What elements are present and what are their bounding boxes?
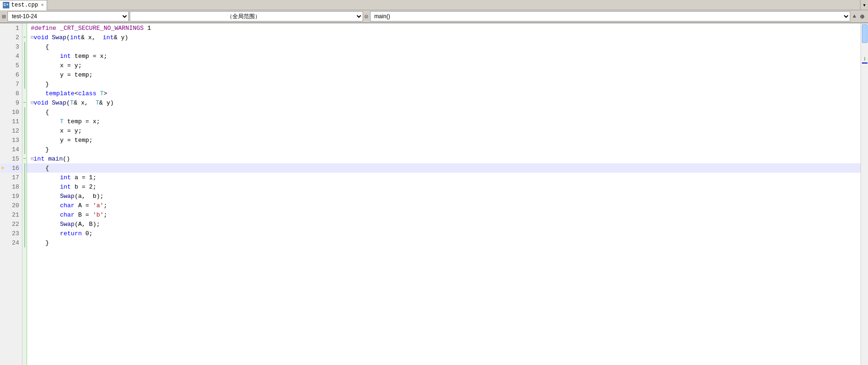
code-line-14: } bbox=[27, 145, 861, 154]
editor-container: 1 2 3 4 5 6 7 8 9 10 11 12 13 14 15 ➤ 16… bbox=[0, 23, 868, 365]
ln-17: 17 bbox=[0, 173, 22, 182]
code-line-8: template<class T> bbox=[27, 89, 861, 98]
code-line-9: ⊟void Swap(T& x, T& y) bbox=[27, 98, 861, 107]
code-line-3: { bbox=[27, 42, 861, 51]
tab-label: test.cpp bbox=[11, 2, 38, 8]
cpp-file-icon: C+ bbox=[3, 2, 9, 8]
ln-13: 13 bbox=[0, 135, 22, 145]
code-line-24: } bbox=[27, 238, 861, 247]
ln-15: 15 bbox=[0, 154, 22, 163]
ln-6: 6 bbox=[0, 70, 22, 79]
ln-20: 20 bbox=[0, 201, 22, 210]
ln-5: 5 bbox=[0, 61, 22, 70]
tab-test-cpp[interactable]: C+ test.cpp × bbox=[0, 0, 47, 10]
toolbar: ⊞ test-10-24 （全局范围） ⊙ main() ▲ ⊕ bbox=[0, 10, 868, 23]
ln-21: 21 bbox=[0, 210, 22, 219]
ln-10: 10 bbox=[0, 107, 22, 117]
fold-btn-9[interactable]: − bbox=[23, 100, 26, 105]
code-line-13: y = temp; bbox=[27, 135, 861, 145]
nav-up-arrow[interactable]: ▲ bbox=[851, 13, 857, 20]
line-numbers: 1 2 3 4 5 6 7 8 9 10 11 12 13 14 15 ➤ 16… bbox=[0, 23, 22, 365]
scrollbar-thumb[interactable] bbox=[862, 24, 868, 43]
ln-23: 23 bbox=[0, 229, 22, 238]
file-selector[interactable]: test-10-24 bbox=[7, 11, 129, 21]
code-line-1: #define _CRT_SECURE_NO_WARNINGS 1 bbox=[27, 23, 861, 33]
scrollbar-cursor bbox=[862, 63, 868, 63]
add-button[interactable]: ⊕ bbox=[859, 13, 866, 21]
ln-19: 19 bbox=[0, 191, 22, 201]
code-editor[interactable]: #define _CRT_SECURE_NO_WARNINGS 1 ⊟void … bbox=[27, 23, 861, 365]
ln-9: 9 bbox=[0, 98, 22, 107]
ln-12: 12 bbox=[0, 126, 22, 135]
code-line-11: T temp = x; bbox=[27, 117, 861, 126]
tab-close-button[interactable]: × bbox=[41, 2, 44, 8]
code-line-22: Swap(A, B); bbox=[27, 219, 861, 229]
scrollbar-indicator bbox=[864, 57, 865, 61]
func-selector[interactable]: main() bbox=[370, 11, 850, 21]
ln-24: 24 bbox=[0, 238, 22, 247]
tab-dropdown[interactable]: ▾ bbox=[860, 0, 868, 10]
ln-14: 14 bbox=[0, 145, 22, 154]
vertical-scrollbar[interactable] bbox=[861, 23, 868, 365]
ln-2: 2 bbox=[0, 33, 22, 42]
ln-3: 3 bbox=[0, 42, 22, 51]
code-line-12: x = y; bbox=[27, 126, 861, 135]
code-line-16: { bbox=[27, 163, 861, 173]
file-icon: ⊞ bbox=[2, 13, 6, 21]
fold-btn-15[interactable]: − bbox=[23, 156, 26, 161]
code-line-4: int temp = x; bbox=[27, 51, 861, 61]
code-line-18: int b = 2; bbox=[27, 182, 861, 191]
code-line-23: return 0; bbox=[27, 229, 861, 238]
fold-margin: − − − bbox=[22, 23, 27, 365]
ln-7: 7 bbox=[0, 79, 22, 89]
ln-11: 11 bbox=[0, 117, 22, 126]
code-line-15: ⊟int main() bbox=[27, 154, 861, 163]
code-line-21: char B = 'b'; bbox=[27, 210, 861, 219]
fold-btn-2[interactable]: − bbox=[23, 35, 26, 40]
code-line-6: y = temp; bbox=[27, 70, 861, 79]
tab-dropdown-arrow: ▾ bbox=[862, 1, 866, 9]
ln-4: 4 bbox=[0, 51, 22, 61]
code-line-7: } bbox=[27, 79, 861, 89]
code-line-17: int a = 1; bbox=[27, 173, 861, 182]
func-pin-icon: ⊙ bbox=[364, 13, 368, 21]
code-line-2: ⊟void Swap(int& x, int& y) bbox=[27, 33, 861, 42]
scope-selector[interactable]: （全局范围） bbox=[130, 11, 363, 21]
tab-bar: C+ test.cpp × ▾ bbox=[0, 0, 868, 10]
code-line-10: { bbox=[27, 107, 861, 117]
ln-1: 1 bbox=[0, 23, 22, 33]
debug-arrow-icon: ➤ bbox=[1, 164, 5, 172]
code-line-19: Swap(a, b); bbox=[27, 191, 861, 201]
ln-8: 8 bbox=[0, 89, 22, 98]
code-line-5: x = y; bbox=[27, 61, 861, 70]
ln-16: ➤ 16 bbox=[0, 163, 22, 173]
ln-22: 22 bbox=[0, 219, 22, 229]
code-line-20: char A = 'a'; bbox=[27, 201, 861, 210]
ln-18: 18 bbox=[0, 182, 22, 191]
